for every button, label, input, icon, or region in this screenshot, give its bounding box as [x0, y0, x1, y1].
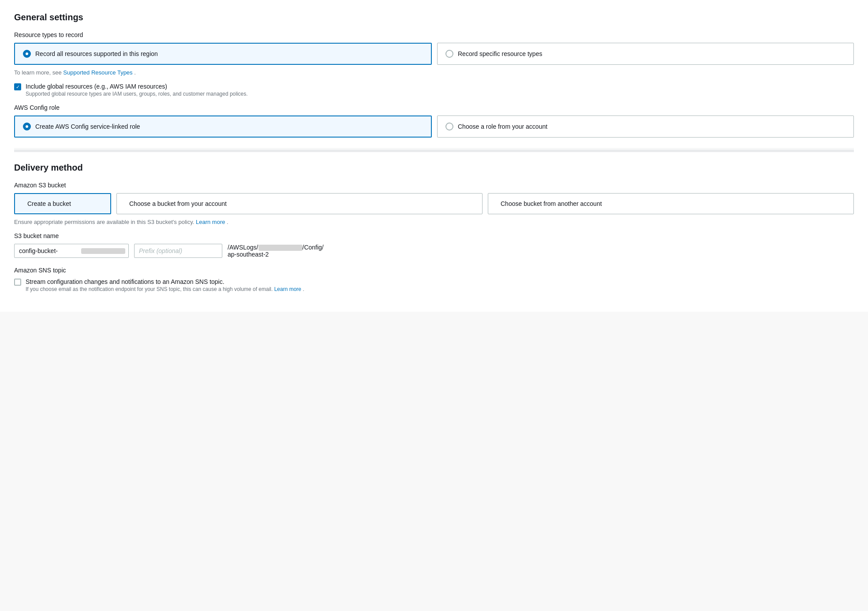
resource-types-label: Resource types to record	[14, 31, 854, 38]
resource-types-options: Record all resources supported in this r…	[14, 43, 854, 65]
sns-topic-row: Stream configuration changes and notific…	[14, 278, 854, 292]
include-global-checkbox[interactable]: ✓	[14, 83, 21, 90]
create-linked-role-radio	[23, 123, 31, 130]
record-specific-radio	[445, 50, 453, 58]
delivery-method-title: Delivery method	[14, 163, 854, 173]
learn-more-link-sns[interactable]: Learn more	[274, 286, 301, 292]
learn-more-link-s3[interactable]: Learn more	[196, 219, 225, 225]
supported-resource-types-link[interactable]: Supported Resource Types	[63, 69, 132, 76]
checkmark-icon: ✓	[16, 85, 20, 89]
s3-bucket-label: Amazon S3 bucket	[14, 182, 854, 189]
section-divider-1	[14, 148, 854, 149]
sns-topic-sublabel: If you choose email as the notification …	[26, 286, 304, 292]
include-global-label: Include global resources (e.g., AWS IAM …	[26, 83, 248, 90]
record-all-label: Record all resources supported in this r…	[35, 50, 158, 57]
s3-bucket-options: Create a bucket Choose a bucket from you…	[14, 193, 854, 214]
s3-bucket-name-label: S3 bucket name	[14, 232, 854, 239]
record-specific-label: Record specific resource types	[458, 50, 542, 57]
create-bucket-option[interactable]: Create a bucket	[14, 193, 111, 214]
sns-topic-label: Stream configuration changes and notific…	[26, 278, 304, 285]
choose-bucket-account-option[interactable]: Choose a bucket from your account	[116, 193, 483, 214]
general-settings-title: General settings	[14, 12, 854, 22]
aws-config-role-options: Create AWS Config service-linked role Ch…	[14, 115, 854, 138]
create-linked-role-option[interactable]: Create AWS Config service-linked role	[14, 115, 432, 138]
choose-bucket-another-option[interactable]: Choose bucket from another account	[488, 193, 854, 214]
account-id-blurred	[258, 245, 303, 251]
bucket-name-input-wrapper	[14, 244, 129, 258]
ensure-permissions-text: Ensure appropriate permissions are avail…	[14, 219, 854, 225]
choose-bucket-another-label: Choose bucket from another account	[501, 200, 602, 207]
delivery-method-section: Delivery method Amazon S3 bucket Create …	[14, 163, 854, 292]
include-global-sublabel: Supported global resource types are IAM …	[26, 91, 248, 97]
choose-bucket-account-label: Choose a bucket from your account	[129, 200, 227, 207]
prefix-input[interactable]	[134, 244, 222, 258]
record-specific-option[interactable]: Record specific resource types	[437, 43, 854, 65]
section-divider-2	[14, 149, 854, 152]
record-all-radio	[23, 50, 31, 58]
create-linked-role-label: Create AWS Config service-linked role	[35, 123, 140, 130]
choose-role-radio	[445, 123, 453, 130]
general-settings-section: General settings Resource types to recor…	[14, 12, 854, 138]
include-global-resources-row: ✓ Include global resources (e.g., AWS IA…	[14, 83, 854, 97]
create-bucket-label: Create a bucket	[27, 200, 71, 207]
sns-topic-checkbox[interactable]	[14, 279, 21, 286]
path-display: /AWSLogs//Config/ ap-southeast-2	[228, 244, 324, 258]
sns-topic-label-group: Stream configuration changes and notific…	[26, 278, 304, 292]
resource-types-helper: To learn more, see Supported Resource Ty…	[14, 69, 854, 76]
amazon-sns-topic-label: Amazon SNS topic	[14, 267, 854, 274]
record-all-option[interactable]: Record all resources supported in this r…	[14, 43, 432, 65]
include-global-label-group: Include global resources (e.g., AWS IAM …	[26, 83, 248, 97]
choose-role-label: Choose a role from your account	[458, 123, 547, 130]
bucket-name-row: /AWSLogs//Config/ ap-southeast-2	[14, 244, 854, 258]
aws-config-role-label: AWS Config role	[14, 104, 854, 111]
choose-role-option[interactable]: Choose a role from your account	[437, 115, 854, 138]
bucket-name-blurred	[81, 248, 125, 254]
